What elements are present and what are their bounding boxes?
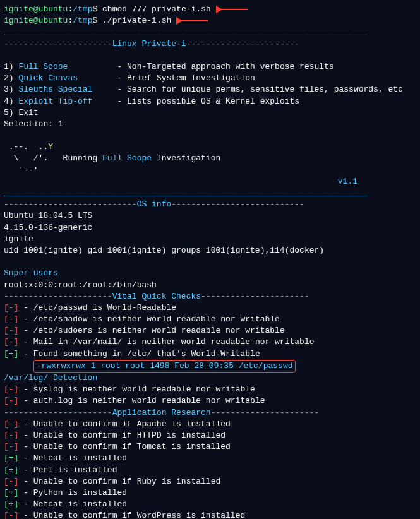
prompt-line-2: ignite@ubuntu:/tmp$ ./private-i.sh [4, 15, 416, 27]
check-line: [-] - Unable to confirm if Ruby is insta… [4, 476, 416, 487]
check-line: [-] - Unable to confirm if WordPress is … [4, 510, 416, 519]
superusers-title: Super users [4, 268, 416, 279]
ascii-art: .--. ..Y \ /'. Running Full Scope Invest… [4, 141, 416, 188]
check-line: [-] - Unable to confirm if Apache is ins… [4, 419, 416, 430]
section-os: ---------------------------OS info------… [4, 199, 416, 210]
os-line: ignite [4, 234, 416, 245]
check-line: [+] - Python is installed [4, 487, 416, 499]
arrow-icon [216, 7, 248, 12]
check-line: [+] - Netcat is installed [4, 453, 416, 464]
check-line: [+] - Found something in /etc/ that's Wo… [4, 349, 416, 360]
version-label: v1.1 [4, 176, 357, 188]
menu-item: 1) Full Scope - Non-Targeted approach wi… [4, 61, 416, 73]
check-line: [+] - Netcat is installed [4, 499, 416, 510]
superusers-line: root:x:0:0:root:/root:/bin/bash [4, 280, 416, 291]
os-line: Ubuntu 18.04.5 LTS [4, 210, 416, 222]
command-2: ./private-i.sh [102, 16, 171, 25]
command-1: chmod 777 private-i.sh [102, 4, 211, 14]
check-line: [-] - /etc/shadow is neither world reada… [4, 314, 416, 325]
separator: ________________________________________… [4, 188, 416, 199]
os-line: 4.15.0-136-generic [4, 222, 416, 234]
check-line: [-] - Unable to confirm if Tomcat is ins… [4, 441, 416, 453]
prompt-line-1: ignite@ubuntu:/tmp$ chmod 777 private-i.… [4, 4, 416, 15]
check-line: [-] - auth.log is neither world readable… [4, 395, 416, 407]
menu-item: 2) Quick Canvas - Brief System Investiga… [4, 73, 416, 84]
menu-item: 3) Sleuths Special - Search for unique p… [4, 84, 416, 95]
selection-input: Selection: 1 [4, 119, 416, 130]
check-line: [-] - Unable to confirm if HTTPD is inst… [4, 430, 416, 441]
separator: ________________________________________… [4, 27, 416, 38]
path: /tmp [73, 4, 92, 14]
check-line: [-] - /etc/passwd is World-Readable [4, 302, 416, 314]
terminal-output: ignite@ubuntu:/tmp$ chmod 777 private-i.… [4, 4, 416, 519]
check-line: [-] - Mail in /var/mail/ is neither worl… [4, 337, 416, 348]
os-line: uid=1001(ignite) gid=1001(ignite) groups… [4, 245, 416, 256]
app-title-line: ----------------------Linux Private-i---… [4, 39, 416, 50]
section-app: ----------------------Application Resear… [4, 407, 416, 419]
check-line: [-] - syslog is neither world readable n… [4, 384, 416, 395]
user-host: ignite@ubuntu [4, 4, 68, 14]
highlight-line: -rwxrwxrwx 1 root root 1498 Feb 28 09:35… [4, 360, 416, 373]
check-line: [-] - /etc/sudoers is neither world read… [4, 325, 416, 337]
section-vital: ----------------------Vital Quick Checks… [4, 291, 416, 302]
check-line: [+] - Perl is installed [4, 465, 416, 476]
arrow-icon [176, 18, 208, 23]
menu-item: 5) Exit [4, 107, 416, 119]
varlog-title: /var/log/ Detection [4, 373, 416, 384]
menu-item: 4) Exploit Tip-off - Lists possible OS &… [4, 96, 416, 107]
